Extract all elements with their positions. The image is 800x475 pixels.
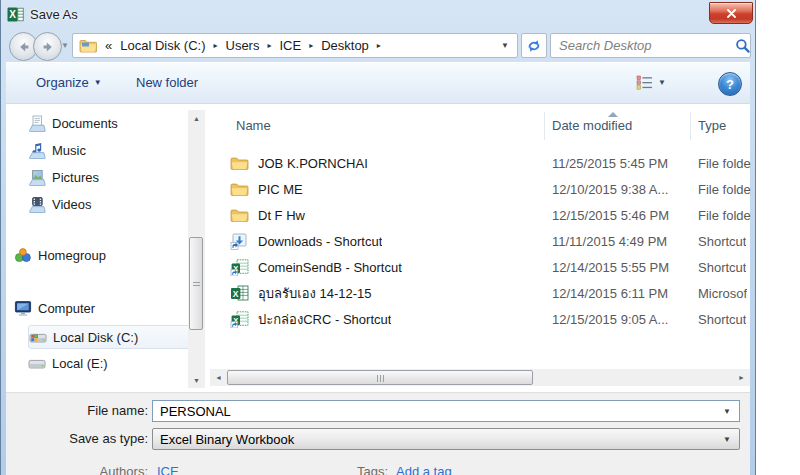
file-name-input[interactable] [153,403,739,420]
sidebar-item-label: Videos [52,197,92,212]
sidebar-item-homegroup[interactable]: Homegroup [14,243,190,267]
close-button[interactable] [709,2,753,24]
save-as-dialog: X Save As ▼ « Local Disk (C:)▸Users▸ICE▸… [0,0,756,475]
file-date-modified: 12/15/2015 9:05 A... [552,312,668,327]
thumb-grip [377,375,385,382]
authors-label: Authors: [8,464,148,475]
scroll-up-button[interactable]: ▲ [188,110,205,126]
scroll-down-button[interactable]: ▼ [188,372,205,388]
search-icon[interactable] [735,38,751,54]
file-list-header: Name Date modified Type [210,112,750,140]
file-name-label: File name: [8,400,148,422]
sidebar-item-label: Homegroup [38,248,106,263]
change-view-button[interactable]: ▼ [628,62,674,103]
close-icon [727,9,736,18]
forward-arrow-icon [41,40,55,54]
main-area: DocumentsMusicPicturesVideosHomegroupCom… [6,104,750,392]
breadcrumb-item-ice[interactable]: ICE [275,36,305,55]
refresh-button[interactable] [521,33,547,58]
recent-locations-dropdown[interactable]: ▼ [61,41,69,50]
pictures-library-icon [28,169,46,186]
file-date-modified: 11/25/2015 5:45 PM [552,156,668,171]
combo-dropdown-icon[interactable]: ▼ [723,435,731,444]
file-row-14-12-15[interactable]: Xอุบลรับเอง 14-12-1512/14/2015 6:11 PMMi… [210,280,756,306]
sidebar-item-label: Music [52,143,86,158]
breadcrumb-segments: Local Disk (C:)▸Users▸ICE▸Desktop▸ [116,36,385,55]
breadcrumb-separator-icon[interactable]: ▸ [209,41,221,50]
sidebar-item-videos[interactable]: Videos [28,192,204,216]
breadcrumb-separator-icon[interactable]: ▸ [263,41,275,50]
search-box[interactable] [550,33,751,58]
vertical-scroll-thumb[interactable] [189,237,203,330]
disk-e-icon [28,355,46,372]
file-type: Shortcut [698,312,746,327]
horizontal-scroll-thumb[interactable] [227,370,533,385]
file-date-modified: 12/15/2015 5:46 PM [552,208,669,223]
file-row-pic-me[interactable]: PIC ME12/10/2015 9:38 A...File folde [210,176,756,202]
file-date-modified: 12/10/2015 9:38 A... [552,182,668,197]
combo-dropdown-icon[interactable]: ▼ [723,407,731,416]
music-library-icon [28,142,46,159]
file-name-combo[interactable]: ▼ [152,400,740,422]
address-dropdown-icon[interactable]: ▼ [501,41,513,50]
file-row-crc-shortcut[interactable]: Xปะกล่องCRC - Shortcut12/15/2015 9:05 A.… [210,306,756,332]
forward-button[interactable] [33,32,62,61]
file-row-job-k-pornchai[interactable]: JOB K.PORNCHAI11/25/2015 5:45 PMFile fol… [210,150,756,176]
tags-value[interactable]: Add a tag [396,464,452,475]
breadcrumb-separator-icon[interactable]: ▸ [305,41,317,50]
folder-location-icon [79,38,97,54]
file-name: อุบลรับเอง 14-12-15 [258,283,372,304]
sidebar-item-label: Local Disk (C:) [53,330,138,345]
file-type: File folde [698,208,751,223]
sidebar-item-local-disk-c[interactable]: Local Disk (C:) [28,325,198,349]
excel-file-icon: X [230,285,249,302]
breadcrumb-overflow-chevron[interactable]: « [101,36,116,55]
new-folder-button[interactable]: New folder [128,62,206,103]
disk-c-icon [29,329,47,346]
breadcrumb-item-users[interactable]: Users [222,36,264,55]
column-header-type[interactable]: Type [698,118,726,133]
column-header-name[interactable]: Name [236,118,271,133]
folder-shortcut-icon [230,233,249,250]
sort-ascending-icon [608,112,618,117]
search-input[interactable] [551,38,735,53]
videos-library-icon [28,196,46,213]
tags-label: Tags: [300,464,388,475]
authors-value[interactable]: ICE [157,464,179,475]
excel-app-icon: X [7,6,24,23]
sidebar-item-documents[interactable]: Documents [28,111,204,135]
breadcrumb-item-desktop[interactable]: Desktop [317,36,373,55]
organize-button[interactable]: Organize ▼ [28,62,110,103]
breadcrumb-item-local-disk-c[interactable]: Local Disk (C:) [116,36,209,55]
help-button[interactable]: ? [718,72,742,96]
scroll-left-button[interactable]: ◄ [210,369,227,386]
sidebar-item-pictures[interactable]: Pictures [28,165,204,189]
new-folder-label: New folder [136,75,198,90]
breadcrumb-separator-icon[interactable]: ▸ [373,41,385,50]
sidebar-item-label: Computer [38,301,95,316]
sidebar-item-local-e[interactable]: Local (E:) [28,351,204,375]
views-dropdown-icon: ▼ [658,78,666,87]
column-separator[interactable] [544,112,545,140]
scroll-right-button[interactable]: ► [733,369,750,386]
folder-icon [230,155,249,172]
file-row-comeinsendb-shortcut[interactable]: XComeinSendB - Shortcut12/14/2015 5:55 P… [210,254,756,280]
column-separator[interactable] [690,112,691,140]
documents-library-icon [28,115,46,132]
sidebar-item-music[interactable]: Music [28,138,204,162]
chevron-down-icon: ▼ [94,78,102,87]
horizontal-scrollbar[interactable]: ◄ ► [210,369,750,386]
sidebar-item-computer[interactable]: Computer [14,296,190,320]
file-row-dt-f-hw[interactable]: Dt F Hw12/15/2015 5:46 PMFile folde [210,202,756,228]
sidebar-scrollbar[interactable]: ▲ ▼ [188,110,205,388]
bottom-panel: File name: ▼ Save as type: Excel Binary … [6,392,750,475]
column-header-date-modified[interactable]: Date modified [552,118,632,133]
address-bar[interactable]: « Local Disk (C:)▸Users▸ICE▸Desktop▸ ▼ [72,33,518,58]
thumb-grip [193,282,200,288]
sidebar-item-label: Pictures [52,170,99,185]
file-row-downloads-shortcut[interactable]: Downloads - Shortcut11/11/2015 4:49 PMSh… [210,228,756,254]
title-bar[interactable]: X Save As [0,0,756,30]
homegroup-icon [14,247,32,264]
save-as-type-combo[interactable]: Excel Binary Workbook ▼ [152,428,740,450]
file-date-modified: 12/14/2015 6:11 PM [552,286,668,301]
